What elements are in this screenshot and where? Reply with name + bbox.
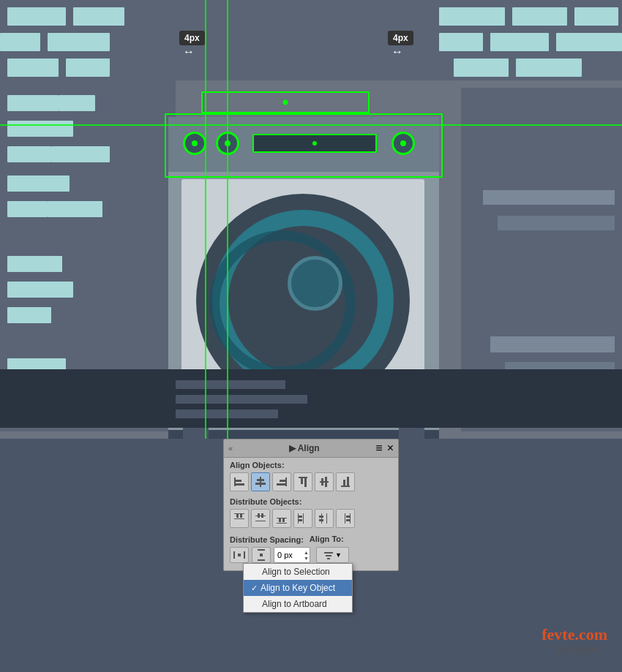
left-stripe (7, 201, 48, 217)
brick-tile (7, 58, 59, 77)
svg-rect-0 (234, 477, 236, 486)
align-horiz-center-btn[interactable] (251, 472, 270, 491)
distribute-spacing-header: Distribute Spacing: Align To: (224, 531, 398, 545)
svg-rect-47 (260, 554, 263, 556)
dist-spacing-vert-btn[interactable] (252, 547, 271, 563)
collapse-icon[interactable]: « (228, 444, 233, 453)
spinner-down[interactable]: ▼ (304, 556, 309, 561)
distribute-objects-label: Distribute Objects: (224, 494, 398, 507)
distribute-spacing-label: Distribute Spacing: (230, 532, 304, 545)
measure-arrow-right: ↔ (391, 45, 403, 58)
brick-tile (439, 33, 483, 51)
dist-vert-center-btn[interactable] (251, 509, 270, 528)
svg-rect-13 (321, 478, 323, 486)
svg-rect-4 (257, 479, 264, 481)
align-top-edges-btn[interactable] (293, 472, 312, 491)
svg-rect-17 (347, 477, 349, 486)
align-panel: « ▶ Align ≡ × Align Objects: (223, 439, 399, 571)
align-to-dropdown-menu: Align to Selection Align to Key Object A… (243, 563, 353, 613)
bottom-stripe1 (176, 380, 285, 389)
bottom-bar (0, 369, 622, 428)
align-right-edges-btn[interactable] (272, 472, 291, 491)
left-stripe (51, 146, 110, 162)
dropdown-arrow-icon: ▼ (335, 551, 342, 559)
align-vert-center-btn[interactable] (315, 472, 334, 491)
svg-rect-43 (244, 551, 245, 559)
svg-rect-32 (299, 516, 302, 518)
left-stripe (7, 146, 51, 162)
svg-rect-41 (346, 519, 350, 521)
svg-rect-48 (324, 552, 333, 554)
brick-tile (73, 7, 124, 26)
svg-rect-23 (255, 521, 266, 521)
svg-rect-20 (236, 514, 239, 518)
watermark-sub: 飞特教程网 (542, 644, 607, 657)
align-to-dropdown-btn[interactable]: ▼ (316, 547, 349, 563)
svg-rect-19 (234, 518, 244, 519)
align-to-wrapper: ▼ Align to Selection Align to Key Object… (316, 547, 349, 563)
canvas-area: 4px ↔ 4px ↔ (0, 0, 622, 439)
svg-rect-35 (326, 513, 327, 524)
svg-rect-46 (258, 559, 265, 561)
align-bottom-edges-btn[interactable] (336, 472, 355, 491)
svg-rect-27 (277, 523, 287, 524)
svg-rect-24 (258, 513, 260, 518)
align-panel-header: « ▶ Align ≡ × (224, 439, 398, 458)
dropdown-align-to-key-object[interactable]: Align to Key Object (244, 580, 352, 596)
svg-rect-39 (350, 513, 351, 524)
svg-rect-7 (280, 480, 285, 482)
svg-rect-22 (255, 516, 266, 516)
svg-rect-40 (346, 516, 350, 518)
left-stripe (7, 256, 62, 272)
brick-tile (7, 7, 66, 26)
dropdown-align-to-selection[interactable]: Align to Selection (244, 564, 352, 580)
right-rect2 (498, 216, 615, 230)
spinner-arrows[interactable]: ▲ ▼ (304, 550, 309, 561)
svg-rect-28 (279, 518, 281, 522)
watermark: fevte.com 飞特教程网 (542, 625, 607, 657)
left-stripe (7, 282, 73, 298)
brick-tile (512, 7, 567, 26)
brick-tile (454, 58, 509, 77)
svg-rect-10 (301, 478, 303, 484)
brick-tile (66, 58, 110, 77)
measure-arrow-left: ↔ (183, 45, 195, 58)
dropdown-align-to-artboard[interactable]: Align to Artboard (244, 596, 352, 612)
right-rect3 (490, 336, 615, 352)
selection-dot (283, 100, 288, 105)
left-stripe (59, 95, 95, 111)
wm-drum-small (288, 256, 342, 311)
svg-rect-8 (277, 483, 285, 486)
dist-spacing-horiz-btn[interactable] (230, 547, 249, 563)
menu-icon[interactable]: ≡ (375, 442, 382, 455)
left-stripe (48, 201, 102, 217)
spinner-up[interactable]: ▲ (304, 550, 309, 555)
brick-tile (574, 7, 618, 26)
guide-line-vertical-2 (227, 0, 228, 439)
svg-rect-30 (298, 513, 299, 524)
dist-right-btn[interactable] (336, 509, 355, 528)
left-stripe (7, 121, 73, 137)
align-objects-row (224, 471, 398, 494)
dist-top-btn[interactable] (230, 509, 249, 528)
watermark-site: fevte.com (542, 625, 607, 644)
close-icon[interactable]: × (387, 442, 394, 455)
left-stripe (7, 307, 51, 323)
svg-rect-18 (234, 513, 244, 514)
brick-tile (0, 33, 40, 51)
dist-bottom-btn[interactable] (272, 509, 291, 528)
dist-left-btn[interactable] (293, 509, 312, 528)
align-panel-collapse[interactable]: « (228, 444, 233, 453)
watermark-com: com (579, 625, 607, 643)
svg-rect-6 (285, 477, 287, 486)
svg-rect-2 (236, 483, 244, 486)
svg-rect-21 (240, 514, 242, 518)
distribute-objects-row (224, 507, 398, 531)
svg-rect-12 (320, 481, 329, 483)
dist-horiz-center-btn[interactable] (315, 509, 334, 528)
align-left-edges-btn[interactable] (230, 472, 249, 491)
wm-drum-spiral (209, 230, 356, 377)
measure-label-left: 4px (179, 31, 205, 45)
svg-rect-31 (303, 513, 304, 524)
svg-rect-25 (261, 513, 263, 518)
